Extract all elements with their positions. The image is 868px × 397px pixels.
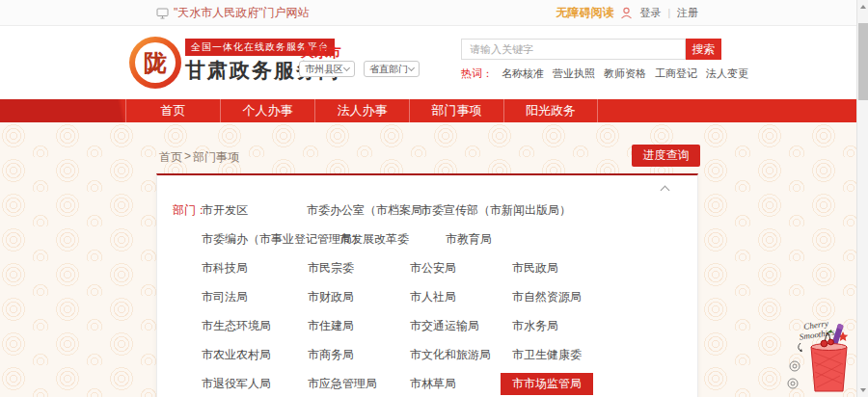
department-link[interactable]: 市司法局 xyxy=(202,289,248,305)
current-city-label: 天水市 xyxy=(301,44,341,62)
site-logo[interactable]: 陇 xyxy=(129,37,181,89)
breadcrumb-separator: > xyxy=(184,149,191,166)
department-link[interactable]: 市民政局 xyxy=(512,260,558,277)
department-link[interactable]: 市科技局 xyxy=(202,260,248,277)
breadcrumb-home[interactable]: 首页 xyxy=(159,149,182,166)
search-button[interactable]: 搜索 xyxy=(686,39,721,60)
scrollbar-thumb[interactable] xyxy=(858,23,868,100)
department-link[interactable]: 市发展改革委 xyxy=(339,231,409,248)
department-link[interactable]: 市民宗委 xyxy=(308,260,354,277)
province-department-dropdown[interactable]: 省直部门 xyxy=(364,61,420,77)
hot-words-label: 热词： xyxy=(461,66,493,81)
department-link[interactable]: 市应急管理局 xyxy=(308,376,377,392)
department-link[interactable]: 市农业农村局 xyxy=(202,347,271,363)
department-link[interactable]: 市开发区 xyxy=(202,202,248,219)
department-link[interactable]: 市卫生健康委 xyxy=(512,347,582,363)
department-link[interactable]: 市人社局 xyxy=(410,289,456,305)
breadcrumb: 首页 > 部门事项 xyxy=(159,149,239,166)
main-nav: 首页个人办事法人办事部门事项阳光政务 xyxy=(0,99,868,122)
user-icon xyxy=(620,7,633,19)
department-link[interactable]: 市教育局 xyxy=(446,231,492,248)
department-panel: 部门： 市开发区市委办公室（市档案局）市委宣传部（市新闻出版局）市委编办（市事业… xyxy=(156,173,698,397)
accessibility-link[interactable]: 无障碍阅读 xyxy=(556,5,613,21)
department-row: 市科技局市民宗委市公安局市民政局 xyxy=(157,253,697,282)
scroll-up-icon[interactable] xyxy=(857,0,868,13)
nav-tab-2[interactable]: 个人办事 xyxy=(220,99,314,122)
department-link[interactable]: 市商务局 xyxy=(308,347,354,363)
department-link[interactable]: 市水务局 xyxy=(512,318,558,334)
hot-words-row: 热词： 名称核准营业执照教师资格工商登记法人变更 xyxy=(461,66,748,81)
breadcrumb-current: 部门事项 xyxy=(193,149,239,166)
nav-tab-4[interactable]: 部门事项 xyxy=(409,99,503,122)
department-row: 市开发区市委办公室（市档案局）市委宣传部（市新闻出版局） xyxy=(157,196,697,225)
nav-tab-5[interactable]: 阳光政务 xyxy=(503,99,598,122)
department-link[interactable]: 市市场监管局 xyxy=(501,373,593,395)
cherry-smoothie-illustration: Cherry Smoothies xyxy=(779,314,860,397)
login-link[interactable]: 登录 xyxy=(639,6,661,20)
hot-word-link[interactable]: 名称核准 xyxy=(502,66,544,81)
department-row: 市委编办（市事业登记管理局）市发展改革委市教育局 xyxy=(157,225,697,253)
department-link[interactable]: 市委办公室（市档案局） xyxy=(307,202,434,219)
department-row: 市退役军人局市应急管理局市林草局市市场监管局 xyxy=(157,369,697,397)
auth-divider: | xyxy=(667,8,670,18)
department-row: 市司法局市财政局市人社局市自然资源局 xyxy=(157,282,697,311)
department-link[interactable]: 市林草局 xyxy=(410,376,456,392)
department-link[interactable]: 市文化和旅游局 xyxy=(410,347,491,363)
hot-word-link[interactable]: 工商登记 xyxy=(655,66,697,81)
province-department-dropdown-value: 省直部门 xyxy=(369,63,408,76)
register-link[interactable]: 注册 xyxy=(677,6,698,20)
site-header: 陇 全国一体化在线政务服务平台 甘肃政务服务网 天水市 市州县区 省直部门 搜索… xyxy=(0,26,868,99)
department-link[interactable]: 市公安局 xyxy=(410,260,456,277)
department-link[interactable]: 市自然资源局 xyxy=(512,289,582,305)
nav-tabs: 首页个人办事法人办事部门事项阳光政务 xyxy=(125,99,598,122)
scrollbar[interactable] xyxy=(856,0,868,397)
gov-portal-link[interactable]: "天水市人民政府"门户网站 xyxy=(174,5,310,21)
search-input[interactable] xyxy=(461,39,686,60)
scroll-down-icon[interactable] xyxy=(857,384,868,397)
department-link[interactable]: 市委宣传部（市新闻出版局） xyxy=(420,202,571,219)
utility-bar: "天水市人民政府"门户网站 无障碍阅读 登录 | 注册 xyxy=(0,0,868,26)
chevron-up-icon[interactable] xyxy=(661,186,670,196)
department-link[interactable]: 市住建局 xyxy=(308,318,354,334)
region-dropdown[interactable]: 市州县区 xyxy=(299,61,355,77)
hot-words-links: 名称核准营业执照教师资格工商登记法人变更 xyxy=(502,66,748,81)
region-dropdown-value: 市州县区 xyxy=(305,63,343,76)
hot-word-link[interactable]: 法人变更 xyxy=(706,66,748,81)
department-link[interactable]: 市生态环境局 xyxy=(202,318,271,334)
department-link[interactable]: 市退役军人局 xyxy=(202,376,271,392)
department-link[interactable]: 市交通运输局 xyxy=(410,318,479,334)
chevron-down-icon xyxy=(408,65,415,71)
department-list: 市开发区市委办公室（市档案局）市委宣传部（市新闻出版局）市委编办（市事业登记管理… xyxy=(157,196,697,397)
progress-query-button[interactable]: 进度查询 xyxy=(632,145,700,167)
hot-word-link[interactable]: 营业执照 xyxy=(553,66,595,81)
department-row: 市生态环境局市住建局市交通运输局市水务局 xyxy=(157,311,697,340)
department-row: 市农业农村局市商务局市文化和旅游局市卫生健康委 xyxy=(157,340,697,369)
nav-tab-3[interactable]: 法人办事 xyxy=(314,99,409,122)
logo-character: 陇 xyxy=(135,42,176,83)
chevron-down-icon xyxy=(343,65,350,71)
nav-tab-1[interactable]: 首页 xyxy=(125,99,220,122)
department-link[interactable]: 市财政局 xyxy=(308,289,354,305)
hot-word-link[interactable]: 教师资格 xyxy=(604,66,646,81)
monitor-icon xyxy=(156,8,169,19)
page: "天水市人民政府"门户网站 无障碍阅读 登录 | 注册 陇 全国一体化在线政务服… xyxy=(0,0,868,397)
